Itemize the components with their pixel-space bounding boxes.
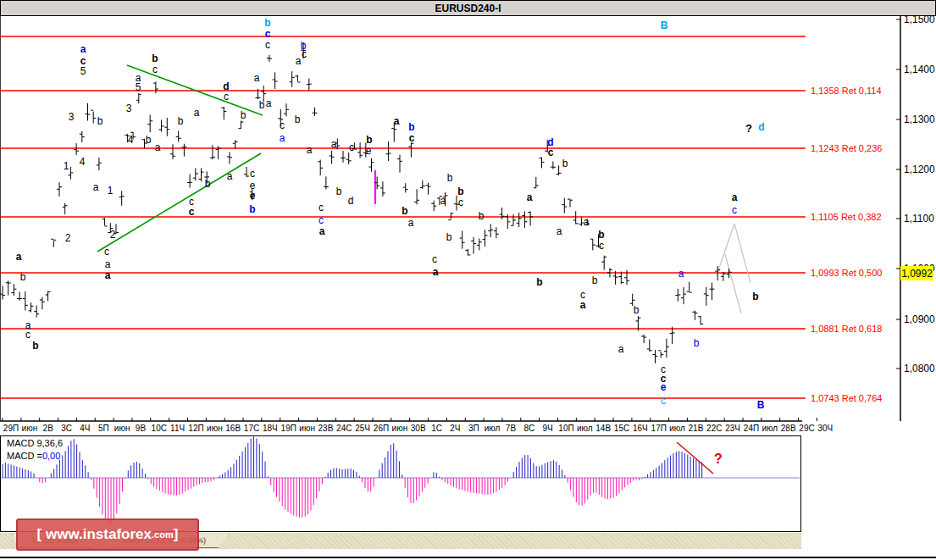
x-axis-label: 22С (706, 424, 722, 433)
wave-label: 1 (64, 161, 69, 171)
wave-label: b (259, 100, 265, 110)
wave-label: a (678, 269, 684, 279)
wave-label: c (265, 40, 270, 50)
wave-label: e (250, 191, 256, 201)
price-axis-tick: 1,1200 (904, 164, 935, 175)
wave-label: b (536, 277, 542, 287)
price-axis-tick: 1,1300 (904, 114, 935, 125)
x-axis-label: 19П (281, 424, 296, 433)
wave-label: b (249, 204, 255, 214)
wave-label: a (105, 259, 111, 269)
wave-label: a (307, 145, 313, 155)
wave-label: b (408, 122, 414, 132)
wave-label: c (224, 91, 229, 102)
x-axis-label: 2В (43, 424, 53, 433)
x-axis-label: 30В (411, 424, 426, 433)
wave-label: a (584, 217, 590, 227)
logo-text-main: [ www.instaforex (37, 526, 152, 543)
x-axis-label: 26П (374, 424, 389, 433)
x-axis-label: 30Ч (817, 424, 833, 433)
wave-label: 4 (128, 135, 134, 145)
x-axis-label: 11Ч (170, 424, 185, 433)
wave-label: b (479, 211, 485, 221)
wave-label: b (295, 114, 301, 125)
wave-label: a (155, 142, 161, 152)
price-axis-tick: 1,1500 (904, 14, 935, 25)
wave-label: a (93, 182, 99, 192)
x-axis-label: 2Ч (450, 424, 460, 433)
fib-level-label: 1,1105 Ret 0,382 (811, 213, 882, 222)
title-bar[interactable]: EURUSD240-I (0, 0, 936, 16)
wave-label: d (758, 122, 764, 132)
wave-label: c (25, 330, 30, 340)
wave-label: a (296, 56, 302, 66)
x-axis-label: 3П (468, 424, 479, 433)
x-axis-label: 23Ч (725, 424, 740, 433)
x-axis-label: 23В (318, 424, 334, 433)
chart-window: EURUSD240-I abacb1234ac5ab12caa3a54bbcab… (0, 0, 936, 560)
wave-label: b (634, 305, 640, 315)
wave-label: c (432, 254, 437, 264)
wave-label: c (189, 207, 195, 217)
x-axis-label: 29П (3, 424, 19, 433)
x-axis-label: июл (485, 424, 501, 433)
wave-label: c (599, 241, 604, 251)
wave-label: a (580, 300, 586, 310)
x-axis-label: 15С (614, 424, 629, 433)
wave-label: B (661, 20, 668, 30)
wave-label: b (32, 341, 38, 351)
x-axis-label: июл (577, 424, 593, 433)
wave-label: c (548, 147, 554, 158)
wave-label: b (336, 186, 342, 197)
wave-label: a (80, 44, 86, 54)
x-axis-label: 10П (558, 424, 573, 433)
wave-label: b (20, 272, 26, 282)
x-axis-label: 17П (651, 424, 667, 433)
wave-label: a (440, 196, 446, 206)
current-price-value: 1,0992 (901, 268, 933, 280)
wave-label: a (105, 270, 111, 280)
wave-label: c (152, 64, 158, 75)
wave-label: a (618, 344, 624, 354)
logo-text-close: ] (174, 526, 179, 543)
price-axis-tick: 1,1100 (904, 213, 934, 224)
wave-label: b (402, 206, 407, 216)
wave-label: c (409, 133, 415, 143)
wave-label: a (527, 192, 533, 202)
x-axis-label: 1С (431, 424, 442, 433)
wave-label: b (366, 135, 372, 145)
wave-label: B (757, 400, 765, 410)
instaforex-logo[interactable]: [ www.instaforex.com ] (16, 518, 199, 551)
x-axis-label: июл (762, 424, 778, 433)
window-title: EURUSD240-I (435, 3, 501, 14)
wave-label: c (104, 247, 109, 257)
wave-label: b (446, 232, 452, 242)
wave-label: 5 (136, 82, 141, 92)
wave-label: 3 (69, 112, 75, 122)
wave-label: 4 (80, 157, 86, 167)
x-axis-label: 4Ч (80, 424, 90, 433)
fib-level-label: 1,1358 Ret 0,114 (811, 86, 882, 96)
x-axis-label: июн (114, 424, 130, 433)
wave-label: a (433, 267, 439, 277)
logo-text-domain: .com (152, 530, 174, 540)
x-axis-label: июн (299, 424, 315, 433)
x-axis-label: 10С (152, 424, 167, 433)
wave-label: c (250, 169, 255, 179)
wave-label: 3 (126, 103, 132, 114)
macd-value-prefix: MACD = (7, 451, 42, 461)
wave-label: 2 (65, 233, 71, 243)
wave-label: b (146, 135, 152, 145)
wave-label: b (694, 338, 700, 348)
x-axis-label: 28В (781, 424, 796, 433)
x-axis-label: 25Ч (355, 424, 370, 433)
wave-label: b (457, 186, 463, 197)
x-axis-label: 16В (225, 424, 241, 433)
x-axis-label: 16Ч (633, 424, 648, 433)
wave-label: c (661, 396, 666, 406)
wave-label: c (280, 120, 285, 130)
wave-label: 1 (108, 186, 114, 196)
wave-label: a (732, 192, 738, 202)
fib-level-label: 1,0743 Ret 0,764 (811, 394, 882, 403)
price-axis-tick: 1,0800 (904, 363, 935, 374)
